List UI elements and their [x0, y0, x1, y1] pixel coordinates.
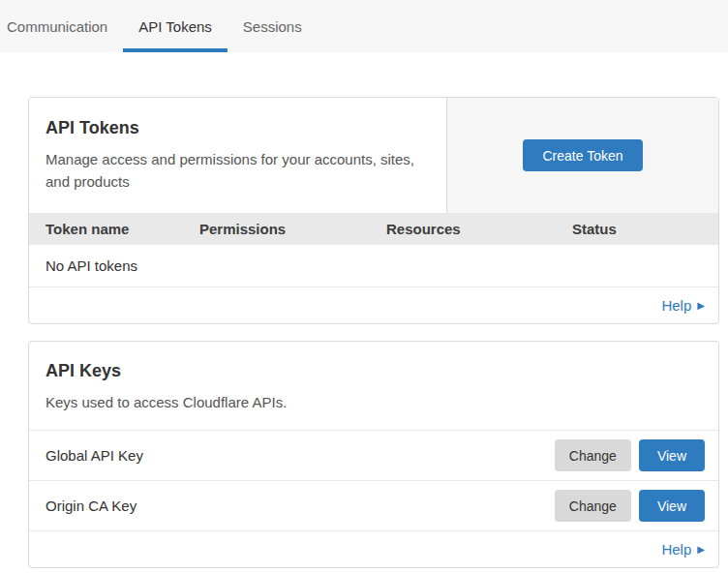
tokens-table-header: Token name Permissions Resources Status	[29, 213, 718, 245]
origin-ca-key-actions: Change View	[555, 490, 705, 522]
tokens-empty-state: No API tokens	[29, 245, 718, 287]
api-keys-help-link[interactable]: Help ▶	[661, 541, 705, 558]
global-api-key-change-button[interactable]: Change	[555, 439, 631, 471]
create-token-button[interactable]: Create Token	[523, 139, 642, 171]
tab-communication[interactable]: Communication	[7, 0, 123, 52]
tab-sessions[interactable]: Sessions	[228, 0, 318, 52]
column-header-token-name: Token name	[46, 221, 199, 237]
help-link-label: Help	[661, 297, 691, 314]
api-tokens-card-header: API Tokens Manage access and permissions…	[29, 98, 718, 213]
api-keys-card: API Keys Keys used to access Cloudflare …	[28, 341, 719, 568]
api-tokens-help-link[interactable]: Help ▶	[661, 297, 705, 314]
column-header-permissions: Permissions	[199, 221, 386, 237]
api-key-row-global: Global API Key Change View	[29, 431, 718, 481]
help-arrow-icon: ▶	[697, 300, 705, 311]
api-keys-card-header: API Keys Keys used to access Cloudflare …	[29, 342, 718, 431]
global-api-key-actions: Change View	[555, 439, 705, 471]
api-tokens-card-action-area: Create Token	[446, 98, 718, 213]
api-tokens-description: Manage access and permissions for your a…	[46, 148, 427, 194]
global-api-key-view-button[interactable]: View	[639, 439, 705, 471]
api-key-row-origin-ca: Origin CA Key Change View	[29, 481, 718, 531]
settings-tabs: Communication API Tokens Sessions	[0, 0, 728, 52]
api-tokens-card-footer: Help ▶	[29, 287, 718, 323]
help-link-label: Help	[661, 541, 691, 558]
tab-api-tokens[interactable]: API Tokens	[123, 0, 228, 52]
global-api-key-label: Global API Key	[46, 447, 143, 464]
api-tokens-card-text: API Tokens Manage access and permissions…	[29, 98, 446, 213]
api-keys-card-footer: Help ▶	[29, 531, 718, 567]
settings-content: API Tokens Manage access and permissions…	[0, 52, 728, 568]
column-header-resources: Resources	[386, 221, 572, 237]
origin-ca-key-label: Origin CA Key	[46, 498, 136, 514]
help-arrow-icon: ▶	[697, 544, 705, 555]
origin-ca-key-view-button[interactable]: View	[639, 490, 705, 522]
api-keys-description: Keys used to access Cloudflare APIs.	[46, 391, 702, 413]
api-tokens-title: API Tokens	[46, 118, 427, 138]
api-tokens-card: API Tokens Manage access and permissions…	[28, 97, 719, 324]
origin-ca-key-change-button[interactable]: Change	[555, 490, 631, 522]
api-keys-title: API Keys	[46, 361, 702, 381]
column-header-status: Status	[572, 221, 718, 237]
